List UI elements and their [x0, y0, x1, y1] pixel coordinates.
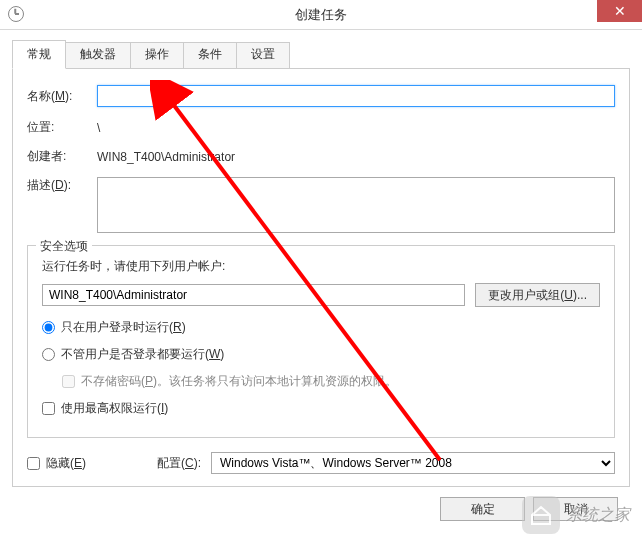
creator-value: WIN8_T400\Administrator: [97, 150, 235, 164]
security-options-fieldset: 安全选项 运行任务时，请使用下列用户帐户: 更改用户或组(U)... 只在用户登…: [27, 245, 615, 438]
tab-triggers[interactable]: 触发器: [65, 42, 131, 68]
security-legend: 安全选项: [36, 238, 92, 255]
config-select[interactable]: Windows Vista™、Windows Server™ 2008: [211, 452, 615, 474]
location-value: \: [97, 121, 100, 135]
tabs: 常规 触发器 操作 条件 设置: [12, 40, 630, 69]
name-input[interactable]: [97, 85, 615, 107]
tab-actions[interactable]: 操作: [130, 42, 184, 68]
watermark-house-icon: [522, 496, 560, 534]
radio-logged-on-row[interactable]: 只在用户登录时运行(R): [42, 319, 600, 336]
watermark: 系统之家: [522, 496, 630, 534]
account-input: [42, 284, 465, 306]
bottom-row: 隐藏(E) 配置(C): Windows Vista™、Windows Serv…: [27, 452, 615, 474]
description-row: 描述(D):: [27, 177, 615, 233]
ok-button[interactable]: 确定: [440, 497, 525, 521]
config-label: 配置(C):: [157, 455, 201, 472]
close-button[interactable]: ✕: [597, 0, 642, 22]
description-input[interactable]: [97, 177, 615, 233]
highest-priv-row[interactable]: 使用最高权限运行(I): [42, 400, 600, 417]
run-as-text: 运行任务时，请使用下列用户帐户:: [42, 258, 600, 275]
location-label: 位置:: [27, 119, 97, 136]
location-row: 位置: \: [27, 119, 615, 136]
clock-icon: [8, 6, 24, 22]
watermark-text: 系统之家: [566, 505, 630, 526]
tab-panel-general: 名称(M): 位置: \ 创建者: WIN8_T400\Administrato…: [12, 69, 630, 487]
description-label: 描述(D):: [27, 177, 97, 194]
dialog-content: 常规 触发器 操作 条件 设置 名称(M): 位置: \ 创建者: WIN8_T…: [0, 30, 642, 531]
name-row: 名称(M):: [27, 85, 615, 107]
no-store-password-row: 不存储密码(P)。该任务将只有访问本地计算机资源的权限。: [62, 373, 600, 390]
creator-row: 创建者: WIN8_T400\Administrator: [27, 148, 615, 165]
tab-conditions[interactable]: 条件: [183, 42, 237, 68]
radio-logged-on[interactable]: [42, 321, 55, 334]
account-row: 更改用户或组(U)...: [42, 283, 600, 307]
close-icon: ✕: [614, 3, 626, 19]
titlebar: 创建任务 ✕: [0, 0, 642, 30]
tab-settings[interactable]: 设置: [236, 42, 290, 68]
hidden-row[interactable]: 隐藏(E): [27, 455, 147, 472]
tab-general[interactable]: 常规: [12, 40, 66, 69]
no-store-password-checkbox: [62, 375, 75, 388]
window-title: 创建任务: [295, 6, 347, 24]
change-user-button[interactable]: 更改用户或组(U)...: [475, 283, 600, 307]
radio-any-row[interactable]: 不管用户是否登录都要运行(W): [42, 346, 600, 363]
radio-any[interactable]: [42, 348, 55, 361]
highest-priv-checkbox[interactable]: [42, 402, 55, 415]
hidden-checkbox[interactable]: [27, 457, 40, 470]
name-label: 名称(M):: [27, 88, 97, 105]
creator-label: 创建者:: [27, 148, 97, 165]
